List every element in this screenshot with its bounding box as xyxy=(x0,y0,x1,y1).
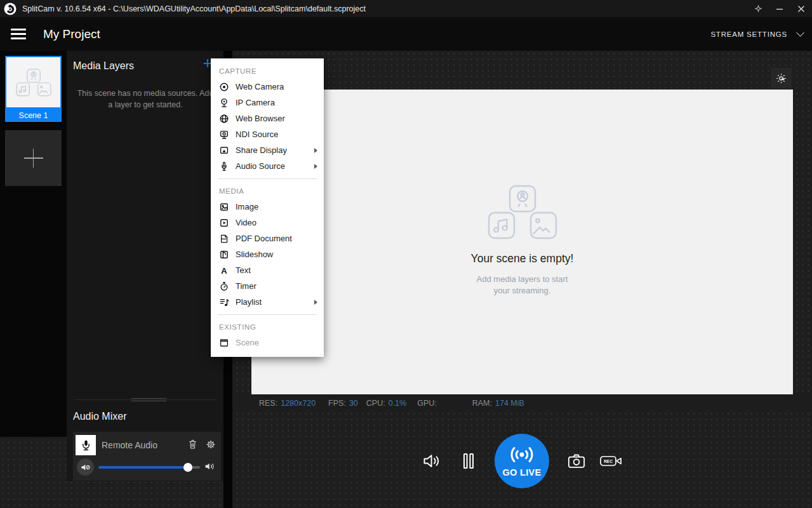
pin-icon xyxy=(754,4,762,13)
text-icon: A xyxy=(219,265,229,276)
plus-icon xyxy=(24,149,43,168)
menu-item-video[interactable]: Video xyxy=(211,215,324,231)
volume-slider-fill xyxy=(98,466,188,469)
brightness-button[interactable] xyxy=(771,68,792,88)
audio-channel-card: Remote Audio xyxy=(73,432,221,481)
image-icon xyxy=(219,202,229,212)
ndi-source-icon xyxy=(219,130,229,140)
channel-type-badge xyxy=(76,435,96,455)
page-title: My Project xyxy=(43,27,100,41)
pin-button[interactable] xyxy=(747,0,769,17)
media-layers-panel: Media Layers + This scene has no media s… xyxy=(67,51,223,481)
status-bar: RES:1280x720 FPS:30 CPU:0.1% GPU: RAM:17… xyxy=(232,394,812,411)
scene-placeholder-icon xyxy=(16,69,51,97)
menu-section-media: MEDIA xyxy=(211,184,324,199)
go-live-label: GO LIVE xyxy=(503,467,542,478)
menu-section-existing: EXISTING xyxy=(211,319,324,335)
speaker-icon xyxy=(204,462,215,471)
svg-text:PDF: PDF xyxy=(221,237,227,241)
mute-button[interactable] xyxy=(77,458,94,476)
scene-tile[interactable]: Scene 1 xyxy=(5,56,62,122)
menu-item-ndi-source[interactable]: NDI Source xyxy=(211,126,324,142)
status-cpu: CPU:0.1% xyxy=(366,399,406,408)
broadcast-icon xyxy=(508,445,536,464)
menu-divider xyxy=(218,178,317,179)
scene-canvas[interactable]: Your scene is empty! Add media layers to… xyxy=(251,90,793,394)
status-resolution: RES:1280x720 xyxy=(259,399,316,408)
video-icon xyxy=(219,218,229,228)
media-layers-title: Media Layers xyxy=(73,60,134,72)
media-layers-empty-hint: This scene has no media sources. Add a l… xyxy=(75,88,216,110)
audio-mixer-title: Audio Mixer xyxy=(73,411,126,422)
trash-icon xyxy=(187,439,198,450)
scenes-panel: Scene 1 xyxy=(0,51,67,437)
pause-button[interactable] xyxy=(458,450,479,472)
timer-icon xyxy=(219,281,229,291)
submenu-arrow-icon xyxy=(314,164,317,169)
empty-scene-title: Your scene is empty! xyxy=(251,252,793,265)
playlist-icon xyxy=(219,297,229,307)
delete-channel-button[interactable] xyxy=(187,439,198,450)
scene-thumbnail[interactable] xyxy=(5,56,62,109)
splitcam-logo-icon xyxy=(4,3,17,15)
status-gpu: GPU: xyxy=(417,399,440,408)
minimize-button[interactable] xyxy=(769,0,790,17)
speaker-icon xyxy=(422,453,441,469)
rec-video-icon: REC xyxy=(599,453,626,469)
pause-icon xyxy=(461,451,476,471)
go-live-button[interactable]: GO LIVE xyxy=(495,434,549,488)
muted-speaker-icon xyxy=(81,463,91,472)
menu-item-ip-camera[interactable]: IP Camera xyxy=(211,95,324,110)
menu-item-timer[interactable]: Timer xyxy=(211,278,324,294)
volume-slider-knob[interactable] xyxy=(183,463,192,472)
ip-camera-icon xyxy=(219,98,229,108)
pdf-document-icon: PDF xyxy=(219,234,229,244)
panel-resize-handle[interactable] xyxy=(75,398,216,401)
slideshow-icon xyxy=(219,250,229,260)
menu-item-image[interactable]: Image xyxy=(211,199,324,215)
scene-name-badge: Scene 1 xyxy=(5,109,62,122)
channel-settings-button[interactable] xyxy=(205,439,216,450)
share-display-icon xyxy=(219,145,229,156)
status-fps: FPS:30 xyxy=(328,399,358,408)
scene-icon xyxy=(219,338,229,348)
close-icon xyxy=(797,5,805,13)
status-ram: RAM:174 MiB xyxy=(472,399,524,408)
stream-settings-label: STREAM SETTINGS xyxy=(710,30,787,38)
volume-slider[interactable] xyxy=(98,466,200,469)
web-browser-icon xyxy=(219,114,229,124)
svg-text:A: A xyxy=(221,265,227,275)
title-bar: SplitCam v. 10.6.54 x64 - C:\Users\WDAGU… xyxy=(0,0,812,17)
menu-item-share-display[interactable]: Share Display xyxy=(211,142,324,158)
snapshot-button[interactable] xyxy=(565,450,588,472)
chevron-down-icon xyxy=(796,29,804,37)
empty-scene-subtitle: Add media layers to start your streaming… xyxy=(251,274,793,296)
menu-item-audio-source[interactable]: Audio Source xyxy=(211,158,324,174)
menu-item-scene[interactable]: Scene xyxy=(211,335,324,351)
add-scene-button[interactable] xyxy=(5,130,62,186)
submenu-arrow-icon xyxy=(314,148,317,153)
record-button[interactable]: REC xyxy=(598,451,627,471)
drag-grip[interactable] xyxy=(131,398,166,401)
web-camera-icon xyxy=(219,82,229,92)
minimize-icon xyxy=(776,5,783,13)
menu-item-web-camera[interactable]: Web Camera xyxy=(211,79,324,95)
gear-icon xyxy=(205,439,216,450)
brightness-icon xyxy=(775,72,787,84)
channel-name: Remote Audio xyxy=(102,440,157,450)
menu-item-playlist[interactable]: Playlist xyxy=(211,294,324,310)
app-header: My Project STREAM SETTINGS xyxy=(0,17,812,51)
audio-source-icon xyxy=(219,161,229,171)
master-volume-button[interactable] xyxy=(420,450,443,472)
window-title: SplitCam v. 10.6.54 x64 - C:\Users\WDAGU… xyxy=(22,4,366,13)
svg-text:REC: REC xyxy=(604,459,613,464)
stream-settings-button[interactable]: STREAM SETTINGS xyxy=(710,30,803,38)
menu-item-slideshow[interactable]: Slideshow xyxy=(211,246,324,262)
close-button[interactable] xyxy=(790,0,812,17)
menu-item-pdf-document[interactable]: PDF PDF Document xyxy=(211,231,324,246)
menu-item-web-browser[interactable]: Web Browser xyxy=(211,110,324,126)
menu-section-capture: CAPTURE xyxy=(211,64,324,79)
hamburger-menu-button[interactable] xyxy=(11,29,26,39)
menu-item-text[interactable]: A Text xyxy=(211,262,324,278)
menu-divider xyxy=(218,314,317,315)
